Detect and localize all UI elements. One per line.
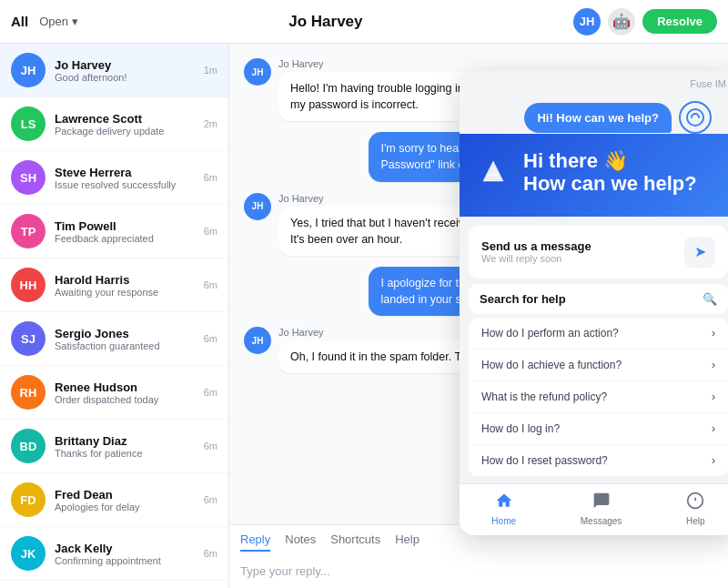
contact-avatar: JK (11, 536, 46, 571)
contact-avatar: FD (11, 482, 46, 517)
contact-preview: Satisfaction guaranteed (55, 340, 198, 351)
contact-info: Jo Harvey Good afternoon! (55, 58, 198, 83)
widget-logo-icon (476, 154, 511, 188)
contact-preview: Thanks for patience (55, 448, 198, 459)
widget-nav-item-help[interactable]: Help (686, 492, 705, 526)
contact-preview: Confirming appointment (55, 555, 198, 566)
contact-time: 6m (204, 387, 217, 398)
faq-chevron-icon: › (712, 454, 715, 467)
faq-question: How do I log in? (481, 422, 560, 435)
contact-name: Jo Harvey (55, 58, 198, 72)
contact-name: Renee Hudson (55, 380, 198, 394)
widget-body: Send us a message We will reply soon ➤ S… (460, 217, 728, 483)
faq-item[interactable]: How do I log in? › (469, 413, 728, 445)
contact-preview: Good afternoon! (55, 72, 198, 83)
reply-tab-shortcuts[interactable]: Shortcuts (330, 532, 380, 552)
contact-item-ls[interactable]: LS Lawrence Scott Package delivery updat… (0, 97, 228, 151)
widget-hi: Hi there 👋 (523, 150, 697, 172)
contact-preview: Feedback appreciated (55, 233, 198, 244)
svg-marker-1 (483, 161, 503, 181)
contact-item-sj[interactable]: SJ Sergio Jones Satisfaction guaranteed … (0, 312, 228, 366)
faq-item[interactable]: How do I achieve a function? › (469, 350, 728, 381)
contact-item-jk[interactable]: JK Jack Kelly Confirming appointment 6m (0, 527, 228, 581)
contact-info: Fred Dean Apologies for delay (55, 488, 198, 512)
conversation-title: Jo Harvey (78, 13, 574, 31)
send-card-subtitle: We will reply soon (481, 253, 592, 264)
resolve-button[interactable]: Resolve (642, 9, 717, 34)
contact-item-fd[interactable]: FD Fred Dean Apologies for delay 6m (0, 473, 228, 527)
reply-input[interactable]: Type your reply... (240, 557, 717, 584)
contact-preview: Package delivery update (55, 126, 198, 137)
faq-item[interactable]: What is the refund policy? › (469, 381, 728, 413)
contact-name: Tim Powell (55, 219, 198, 233)
search-icon: 🔍 (703, 292, 717, 306)
contact-info: Harold Harris Awaiting your response (55, 273, 198, 298)
contact-item-bd[interactable]: BD Brittany Diaz Thanks for patience 6m (0, 420, 228, 473)
contact-avatar: TP (11, 214, 46, 248)
nav-messages-icon (592, 492, 611, 514)
contact-name: Lawrence Scott (55, 112, 198, 126)
search-label: Search for help (480, 292, 566, 306)
contact-item-hh[interactable]: HH Harold Harris Awaiting your response … (0, 259, 228, 312)
contact-preview: Apologies for delay (55, 502, 198, 512)
widget-chat-row: Hi! How can we help? (470, 92, 726, 134)
contact-avatar: SJ (11, 321, 46, 356)
fuse-label: Fuse IM (470, 78, 726, 89)
contact-name: Harold Harris (55, 273, 198, 287)
contact-item-sh[interactable]: SH Steve Herrera Issue resolved successf… (0, 151, 228, 205)
user-avatar[interactable]: JH (573, 8, 601, 35)
contact-name: Brittany Diaz (55, 434, 198, 448)
nav-help-icon (686, 492, 704, 514)
contact-item-jo[interactable]: JH Jo Harvey Good afternoon! 1m (0, 44, 228, 97)
contact-sidebar: JH Jo Harvey Good afternoon! 1m LS Lawre… (0, 44, 229, 588)
widget-hero: Hi there 👋 How can we help? (460, 134, 728, 217)
widget-logo-circle (679, 101, 712, 134)
message-avatar: JH (244, 193, 271, 220)
chat-widget: Fuse IM Hi! How can we help? (460, 71, 728, 535)
contact-time: 6m (204, 494, 217, 505)
contact-preview: Order dispatched today (55, 394, 198, 405)
faq-question: How do I reset password? (481, 454, 608, 467)
widget-greeting-bubble: Hi! How can we help? (524, 103, 672, 133)
top-bar-actions: JH 🤖 Resolve (573, 8, 717, 35)
reply-tab-reply[interactable]: Reply (240, 532, 270, 552)
contact-name: Jack Kelly (55, 542, 198, 555)
faq-question: How do I achieve a function? (481, 359, 622, 371)
contact-avatar: RH (11, 375, 46, 410)
nav-home-icon (495, 492, 513, 514)
reply-tab-notes[interactable]: Notes (285, 532, 316, 552)
widget-sub: How can we help? (523, 172, 697, 196)
svg-point-0 (687, 109, 703, 126)
send-message-button[interactable]: ➤ (684, 237, 715, 268)
faq-question: How do I perform an action? (481, 327, 619, 340)
widget-nav-item-messages[interactable]: Messages (581, 492, 622, 526)
widget-search-bar[interactable]: Search for help 🔍 (469, 284, 728, 314)
faq-item[interactable]: How do I perform an action? › (469, 318, 728, 350)
contact-item-rh[interactable]: RH Renee Hudson Order dispatched today 6… (0, 366, 228, 420)
message-avatar: JH (244, 327, 271, 354)
contact-info: Tim Powell Feedback appreciated (55, 219, 198, 244)
contact-info: Brittany Diaz Thanks for patience (55, 434, 198, 459)
contact-item-tp[interactable]: TP Tim Powell Feedback appreciated 6m (0, 205, 228, 259)
faq-chevron-icon: › (712, 422, 715, 435)
faq-item[interactable]: How do I reset password? › (469, 445, 728, 476)
nav-help-label: Help (686, 516, 705, 526)
all-label: All (11, 14, 28, 29)
contact-name: Sergio Jones (55, 327, 198, 340)
contact-time: 6m (204, 441, 217, 451)
top-bar: All Open ▾ Jo Harvey JH 🤖 Resolve (0, 0, 728, 44)
message-avatar: JH (244, 58, 271, 86)
contact-avatar: SH (11, 160, 46, 195)
reply-tabs: ReplyNotesShortcutsHelp (240, 532, 717, 552)
widget-nav-item-home[interactable]: Home (491, 492, 516, 526)
widget-send-text: Send us a message We will reply soon (481, 239, 592, 264)
contact-time: 6m (204, 279, 217, 290)
nav-messages-label: Messages (581, 516, 622, 526)
contact-avatar: JH (11, 53, 46, 87)
open-dropdown[interactable]: Open ▾ (39, 15, 77, 28)
reply-tab-help[interactable]: Help (395, 532, 420, 552)
contact-time: 6m (204, 333, 217, 344)
widget-send-card[interactable]: Send us a message We will reply soon ➤ (469, 226, 728, 279)
faq-question: What is the refund policy? (481, 390, 607, 403)
bot-avatar[interactable]: 🤖 (608, 8, 635, 35)
